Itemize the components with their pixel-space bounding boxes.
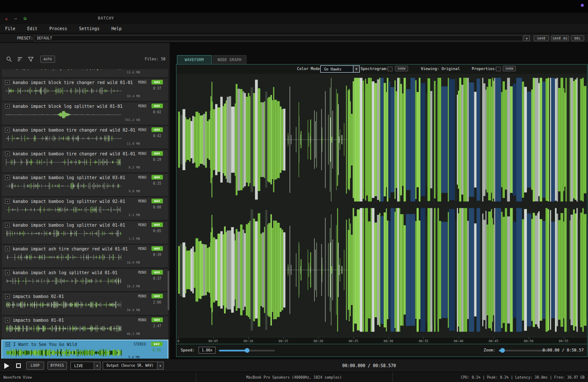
ruler-tick-label: 00:20 — [314, 339, 323, 343]
spectrogram-show-button[interactable]: SHOW — [395, 66, 408, 71]
output-value[interactable]: Output (Source SR, WAV) — [103, 362, 157, 370]
close-window-icon[interactable]: ✕ — [3, 16, 9, 22]
output-dropdown-arrow-icon[interactable]: ▼ — [157, 362, 164, 370]
file-remove-checkbox[interactable]: ✕ — [5, 247, 10, 251]
file-format-badge: WAV — [151, 80, 163, 84]
file-row[interactable]: ✕kanabo_impact_bamboo_log_splitter_wild_… — [1, 197, 168, 220]
spectrogram-checkbox[interactable] — [388, 67, 392, 71]
file-row[interactable]: ✕kanabo_impact_ash_tire_changer_red_wild… — [1, 244, 168, 268]
search-icon[interactable] — [5, 55, 13, 63]
zoom-slider[interactable] — [499, 348, 548, 353]
menu-edit[interactable]: Edit — [21, 24, 43, 33]
file-remove-checkbox[interactable]: ✕ — [5, 318, 10, 323]
file-remove-checkbox[interactable]: ✕ — [5, 270, 10, 275]
live-dropdown-arrow-icon[interactable]: ▼ — [94, 362, 101, 370]
file-row[interactable]: ✕13.6 MB — [1, 69, 168, 78]
zoom-slider-thumb[interactable] — [500, 348, 505, 353]
save-preset-button[interactable]: SAVE — [534, 35, 549, 41]
file-channel-label: MONO — [138, 318, 146, 322]
file-channel-label: MONO — [138, 271, 146, 275]
tab-node-graph[interactable]: NODE GRAPH — [213, 55, 246, 64]
output-select[interactable]: Output (Source SR, WAV) ▼ — [103, 362, 164, 370]
color-mode-dropdown-arrow-icon[interactable]: ▼ — [353, 65, 360, 73]
file-name: kanabo_impact_bamboo_tire_changer_red_wi… — [13, 128, 135, 132]
minimize-window-icon[interactable]: ─ — [13, 16, 19, 22]
file-row[interactable]: ✕kanabo_impact_block_tire_changer_red_wi… — [1, 78, 168, 101]
file-channel-label: MONO — [138, 199, 146, 203]
speed-label: Speed: — [181, 348, 195, 352]
ruler-tick-label: 00:15 — [279, 339, 288, 343]
file-remove-checkbox[interactable]: ✕ — [5, 80, 10, 85]
file-remove-checkbox[interactable]: ✕ — [5, 175, 10, 180]
live-mode-select[interactable]: LIVE ▼ — [70, 362, 101, 370]
file-name: I Want to See You Go Wild — [13, 342, 77, 347]
file-row[interactable]: ✕kanabo_impact_bamboo_tire_changer_red_w… — [1, 149, 168, 173]
speed-value-input[interactable]: 1.00x — [199, 347, 216, 354]
loop-button[interactable]: LOOP — [26, 362, 44, 370]
delete-preset-button[interactable]: DEL — [571, 35, 584, 41]
file-remove-checkbox[interactable]: ✕ — [5, 152, 10, 156]
color-mode-value[interactable]: Go Hawks — [320, 65, 353, 73]
file-list-scrollbar-thumb[interactable] — [168, 271, 169, 310]
file-duration: 2:47 — [151, 324, 163, 328]
ruler-tick-mark — [283, 337, 284, 339]
file-thumbnail-waveform — [6, 301, 121, 309]
file-row[interactable]: ✕kanabo_impact_bamboo_log_splitter_wild_… — [1, 173, 168, 197]
filter-icon[interactable] — [27, 55, 34, 63]
file-thumbnail-waveform — [6, 349, 122, 357]
speed-slider[interactable] — [219, 348, 275, 353]
preset-dropdown-arrow-icon[interactable]: ▼ — [524, 35, 530, 41]
menu-settings[interactable]: Settings — [73, 24, 105, 33]
properties-show-button[interactable]: SHOW — [503, 66, 516, 71]
waveform-panel: Color Mode: Go Hawks ▼ Spectrogram: SHOW… — [176, 64, 588, 357]
timeline-ruler[interactable]: 000:0500:1000:1500:2000:2500:3000:3500:4… — [176, 337, 587, 344]
menu-file[interactable]: File — [0, 24, 21, 33]
file-row[interactable]: ✕impacts_bamboo_02-01MONOWAV2:0634.9 MB — [1, 292, 168, 315]
play-button[interactable] — [4, 362, 12, 369]
menu-help[interactable]: Help — [106, 24, 128, 33]
status-divider — [392, 372, 393, 382]
preset-label: PRESET: — [17, 36, 33, 40]
file-duration: 0:42 — [151, 134, 163, 138]
file-remove-checkbox[interactable]: ✕ — [5, 128, 10, 132]
file-thumbnail-waveform — [6, 135, 121, 142]
file-row[interactable]: ✕kanabo_impact_bamboo_tire_changer_red_w… — [1, 126, 168, 149]
file-name: kanabo_impact_bamboo_tire_changer_red_wi… — [13, 152, 135, 156]
color-mode-select[interactable]: Go Hawks ▼ — [320, 65, 360, 73]
tab-waveform[interactable]: WAVEFORM — [177, 55, 212, 64]
file-format-badge: WAV — [151, 127, 163, 132]
properties-checkbox[interactable] — [496, 67, 501, 71]
menu-process[interactable]: Process — [43, 24, 73, 33]
file-remove-checkbox[interactable]: ✕ — [5, 199, 10, 204]
file-remove-checkbox[interactable]: ✕ — [5, 104, 10, 109]
auto-button[interactable]: AUTO — [40, 56, 55, 63]
file-name: kanabo_impact_ash_tire_changer_red_wild_… — [13, 247, 128, 251]
file-row[interactable]: ✕I Want to See You Go WildSTEREOWAV0:585… — [1, 340, 168, 359]
ruler-tick-label: 0 — [177, 339, 179, 343]
sort-icon[interactable] — [16, 55, 24, 63]
file-remove-checkbox[interactable]: ✕ — [5, 294, 10, 299]
file-name: impacts_bamboo_02-01 — [13, 294, 64, 299]
live-mode-value[interactable]: LIVE — [70, 362, 94, 370]
file-size: 10.9 MB — [126, 261, 140, 264]
file-thumbnail-waveform — [6, 325, 121, 332]
stop-button[interactable] — [15, 362, 21, 368]
bypass-button[interactable]: BYPASS — [48, 362, 67, 370]
file-remove-checkbox[interactable]: ✕ — [6, 342, 10, 347]
file-row[interactable]: ✕kanabo_impact_block_log_splitter_wild_0… — [1, 102, 168, 125]
file-list[interactable]: ✕13.6 MB✕kanabo_impact_block_tire_change… — [0, 69, 170, 359]
file-size: 741.2 KB — [125, 118, 140, 122]
file-remove-checkbox[interactable]: ✕ — [5, 223, 10, 228]
file-row[interactable]: ✕kanabo_impact_bamboo_log_splitter_wild_… — [1, 221, 168, 244]
save-as-preset-button[interactable]: SAVE AS — [551, 35, 569, 41]
ruler-tick-label: 00:40 — [454, 339, 464, 343]
file-size: 13.6 MB — [126, 70, 140, 74]
file-format-badge: WAV — [151, 151, 163, 156]
speed-slider-thumb[interactable] — [245, 348, 249, 353]
file-row[interactable]: ✕kanabo_impact_ash_log_splitter_wild_01-… — [1, 268, 168, 292]
zoom-slider-track[interactable] — [499, 350, 548, 351]
zoom-window-icon[interactable]: ⧉ — [22, 16, 28, 22]
file-row[interactable]: ✕impacts_bamboo_01-01MONOWAV2:4746.1 MB — [1, 316, 168, 339]
main-waveform-canvas[interactable] — [176, 74, 587, 337]
preset-select-field[interactable]: DEFAULT — [34, 35, 523, 41]
